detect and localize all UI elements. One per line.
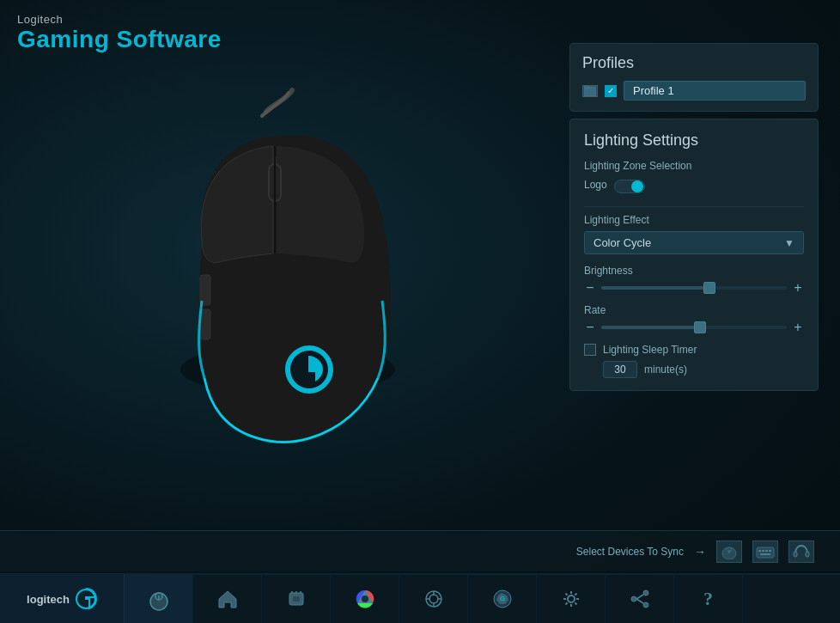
gear-nav-icon [558, 587, 584, 611]
svg-rect-16 [760, 553, 770, 555]
nav-brand: logitech [0, 574, 125, 623]
nav-item-color[interactable] [331, 574, 399, 623]
svg-point-49 [643, 602, 648, 608]
color-nav-icon [352, 587, 378, 611]
right-panel: Profiles ✓ Profile 1 Lighting Settings L… [569, 43, 819, 391]
sleep-timer-input-row: minute(s) [603, 361, 804, 378]
profiles-section: Profiles ✓ Profile 1 [569, 43, 819, 112]
svg-line-47 [565, 602, 567, 604]
brand-name: Logitech [17, 13, 222, 26]
svg-point-32 [429, 595, 438, 603]
mouse-image [69, 86, 481, 498]
svg-line-46 [575, 594, 576, 596]
svg-line-44 [565, 594, 567, 596]
share-nav-icon [627, 587, 653, 611]
zone-logo-label: Logo [584, 179, 607, 191]
mouse-nav-icon [145, 587, 173, 611]
sync-mouse-icon[interactable] [716, 541, 742, 563]
sleep-timer-input[interactable] [603, 361, 637, 378]
svg-rect-7 [584, 86, 589, 89]
nav-item-device[interactable] [262, 574, 331, 623]
chevron-down-icon: ▼ [784, 237, 794, 249]
svg-rect-13 [762, 550, 764, 552]
help-icon: ? [703, 588, 713, 610]
rate-slider-row: − + [584, 320, 804, 335]
home-nav-icon [215, 587, 240, 611]
brightness-fill [601, 286, 713, 290]
svg-point-30 [362, 596, 368, 602]
svg-rect-15 [769, 550, 771, 552]
nav-item-share[interactable] [606, 574, 674, 623]
toggle-thumb [631, 180, 643, 192]
svg-line-45 [575, 602, 576, 604]
effect-label: Lighting Effect [584, 214, 804, 226]
profile-checkbox[interactable]: ✓ [605, 85, 617, 97]
svg-rect-14 [765, 550, 768, 552]
lighting-settings-section: Lighting Settings Lighting Zone Selectio… [569, 119, 819, 391]
svg-point-39 [568, 596, 575, 602]
nav-item-help[interactable]: ? [674, 574, 743, 623]
rate-thumb[interactable] [694, 321, 706, 333]
nav-item-game[interactable]: G [468, 574, 537, 623]
mouse-preview [34, 69, 515, 516]
bottom-nav: logitech G [0, 573, 840, 623]
rate-section: Rate − + [584, 304, 804, 335]
brightness-slider-row: − + [584, 280, 804, 296]
nav-brand-text: logitech [27, 593, 70, 606]
lighting-title: Lighting Settings [584, 131, 804, 150]
svg-point-50 [631, 596, 636, 602]
brightness-thumb[interactable] [703, 282, 715, 294]
nav-item-home[interactable] [193, 574, 262, 623]
brightness-increase-button[interactable]: + [792, 280, 804, 296]
svg-rect-25 [293, 596, 300, 602]
nav-items: G ? [125, 574, 840, 623]
rate-increase-button[interactable]: + [792, 320, 804, 335]
brightness-decrease-button[interactable]: − [584, 280, 596, 296]
rate-decrease-button[interactable]: − [584, 320, 596, 335]
svg-line-51 [636, 595, 643, 599]
brightness-label: Brightness [584, 265, 804, 277]
profile-file-icon [582, 85, 598, 97]
sleep-timer-checkbox[interactable] [584, 344, 596, 356]
rate-fill [601, 326, 703, 329]
sleep-timer-label: Lighting Sleep Timer [603, 344, 697, 356]
svg-rect-4 [200, 309, 210, 339]
sync-headset-icon[interactable] [788, 541, 814, 563]
effect-value: Color Cycle [593, 236, 651, 249]
svg-rect-18 [806, 552, 809, 557]
profile-name[interactable]: Profile 1 [624, 81, 806, 101]
rate-label: Rate [584, 304, 804, 316]
profiles-title: Profiles [582, 54, 806, 72]
sync-label: Select Devices To Sync [576, 546, 684, 558]
lighting-effect-dropdown[interactable]: Color Cycle ▼ [584, 231, 804, 254]
svg-rect-12 [758, 550, 761, 552]
app-title: Gaming Software [17, 26, 222, 53]
svg-line-52 [636, 599, 643, 603]
nav-item-aim[interactable] [399, 574, 468, 623]
svg-rect-17 [794, 552, 797, 557]
rate-slider-track[interactable] [601, 326, 787, 329]
sync-bar: Select Devices To Sync → [0, 530, 840, 571]
nav-item-mouse[interactable] [125, 574, 193, 623]
sync-keyboard-icon[interactable] [752, 541, 778, 563]
profile-row: ✓ Profile 1 [582, 81, 806, 101]
logo-toggle-row: Logo [584, 179, 804, 194]
brightness-slider-track[interactable] [601, 286, 787, 290]
svg-text:G: G [499, 595, 504, 602]
brightness-section: Brightness − + [584, 265, 804, 296]
logo-toggle[interactable] [614, 180, 645, 193]
sleep-timer-row: Lighting Sleep Timer [584, 344, 804, 356]
game-nav-icon: G [490, 587, 515, 611]
svg-rect-3 [200, 275, 210, 305]
aim-nav-icon [421, 587, 447, 611]
divider-1 [584, 206, 804, 207]
sync-arrow-icon: → [694, 545, 706, 559]
logitech-g-logo [75, 588, 97, 610]
sleep-unit-label: minute(s) [644, 363, 687, 376]
device-nav-icon [283, 587, 309, 611]
zone-section-label: Lighting Zone Selection [584, 160, 804, 172]
nav-item-settings[interactable] [537, 574, 606, 623]
svg-point-48 [643, 590, 648, 596]
app-header: Logitech Gaming Software [17, 13, 222, 53]
svg-rect-11 [757, 547, 774, 558]
